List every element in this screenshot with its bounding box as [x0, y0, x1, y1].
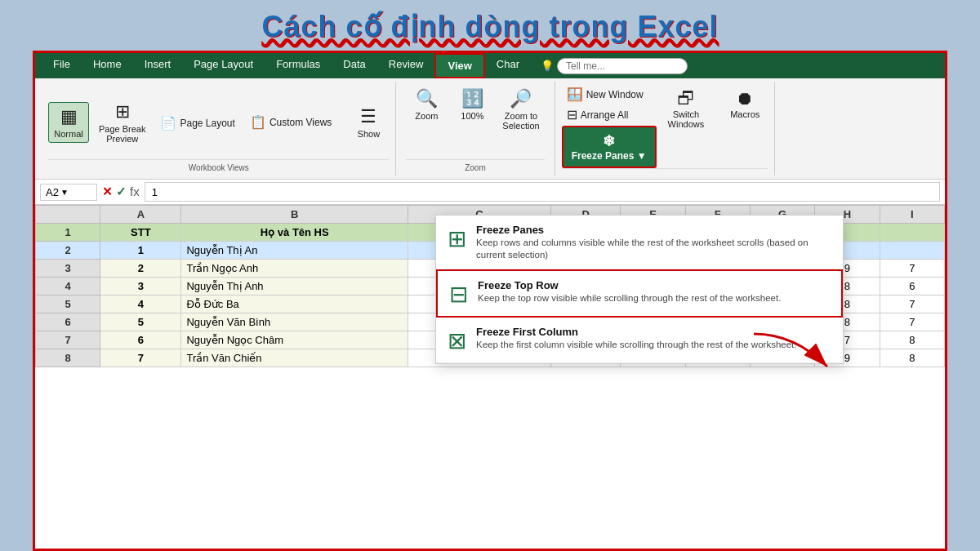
normal-icon: ▦: [60, 106, 78, 127]
row-header-4: 4: [36, 278, 100, 295]
arrange-all-btn[interactable]: ⊟ Arrange All: [562, 105, 657, 124]
cell-a2[interactable]: 1: [100, 242, 181, 260]
custom-views-icon: 📋: [250, 114, 266, 130]
freeze-panes-dd-icon: ⊞: [448, 225, 466, 252]
tab-review[interactable]: Review: [377, 53, 435, 78]
cell-a7[interactable]: 6: [100, 331, 181, 349]
cell-i1[interactable]: [880, 224, 944, 242]
freeze-panes-dd-text: Freeze Panes Keep rows and columns visib…: [476, 224, 831, 260]
freeze-top-row-item[interactable]: ⊟ Freeze Top Row Keep the top row visibl…: [436, 269, 843, 318]
tab-file[interactable]: File: [42, 53, 82, 78]
row-header-1: 1: [36, 224, 100, 242]
cell-i8[interactable]: 8: [880, 349, 944, 367]
formula-input[interactable]: [145, 182, 940, 202]
row-header-6: 6: [36, 313, 100, 331]
page-layout-icon: 📄: [160, 115, 176, 131]
zoom-top: 🔍 Zoom 🔢 100% 🔎 Zoom to Selection: [406, 85, 544, 159]
tab-insert[interactable]: Insert: [133, 53, 183, 78]
custom-views-small-btn[interactable]: 📋 Custom Views: [245, 113, 336, 131]
tell-me-input[interactable]: [557, 58, 688, 74]
window-sub-btns: 🪟 New Window ⊟ Arrange All ❄ Freeze Pane…: [562, 85, 657, 168]
zoom-selection-icon: 🔎: [510, 88, 532, 109]
cell-a5[interactable]: 4: [100, 295, 181, 313]
cell-b2[interactable]: Nguyễn Thị An: [181, 242, 408, 260]
freeze-panes-item[interactable]: ⊞ Freeze Panes Keep rows and columns vis…: [436, 216, 843, 269]
tell-me-bar: 💡: [531, 53, 697, 78]
lightbulb-icon: 💡: [541, 60, 554, 72]
row-header-5: 5: [36, 295, 100, 313]
freeze-first-col-text: Freeze First Column Keep the first colum…: [476, 326, 796, 350]
cell-b4[interactable]: Nguyễn Thị Anh: [181, 278, 408, 295]
cell-b3[interactable]: Trần Ngọc Anh: [181, 260, 408, 278]
excel-container: File Home Insert Page Layout Formulas Da…: [33, 51, 947, 551]
row-header-8: 8: [36, 349, 100, 367]
cell-b6[interactable]: Nguyễn Văn Bình: [181, 313, 408, 331]
workbook-views-label: Workbook Views: [48, 159, 389, 172]
cell-i4[interactable]: 6: [880, 278, 944, 295]
cell-i7[interactable]: 8: [880, 331, 944, 349]
formula-bar: A2 ▼ ✕ ✓ fx: [35, 180, 945, 205]
cell-b7[interactable]: Nguyễn Ngọc Châm: [181, 331, 408, 349]
col-header-a: A: [100, 206, 181, 224]
freeze-panes-btn[interactable]: ❄ Freeze Panes ▼: [562, 126, 657, 168]
row-header-7: 7: [36, 331, 100, 349]
switch-windows-icon: 🗗: [677, 88, 695, 109]
cell-a8[interactable]: 7: [100, 349, 181, 367]
row-header-3: 3: [36, 260, 100, 278]
freeze-panes-icon: ❄: [603, 132, 615, 150]
tab-char[interactable]: Char: [485, 53, 531, 78]
window-group: 🪟 New Window ⊟ Arrange All ❄ Freeze Pane…: [555, 82, 776, 176]
show-icon: ☰: [360, 106, 376, 127]
cell-b5[interactable]: Đỗ Đức Ba: [181, 295, 408, 313]
zoom-100-icon: 🔢: [461, 88, 483, 109]
new-window-btn[interactable]: 🪟 New Window: [562, 85, 657, 104]
tab-view[interactable]: View: [434, 53, 484, 78]
sheet-area[interactable]: A B C D E F G H I 1 STT Họ và Tên HS Lớp…: [35, 205, 945, 549]
ribbon-content: ▦ Normal ⊞ Page Break Preview 📄 Page Lay…: [35, 78, 945, 180]
cancel-icon[interactable]: ✕: [102, 184, 113, 199]
cell-i2[interactable]: [880, 242, 944, 260]
new-window-icon: 🪟: [567, 87, 583, 102]
zoom-label: Zoom: [406, 159, 544, 172]
workbook-views-top: ▦ Normal ⊞ Page Break Preview 📄 Page Lay…: [48, 85, 389, 159]
cell-i3[interactable]: 7: [880, 260, 944, 278]
cell-a1[interactable]: STT: [100, 224, 181, 242]
page-break-icon: ⊞: [115, 101, 130, 122]
cell-b8[interactable]: Trần Văn Chiến: [181, 349, 408, 367]
cell-b1[interactable]: Họ và Tên HS: [181, 224, 408, 242]
zoom-icon: 🔍: [416, 88, 438, 109]
workbook-views-group: ▦ Normal ⊞ Page Break Preview 📄 Page Lay…: [42, 82, 396, 176]
tab-home[interactable]: Home: [82, 53, 133, 78]
cell-i5[interactable]: 7: [880, 295, 944, 313]
window-label: [562, 168, 768, 172]
confirm-icon[interactable]: ✓: [116, 184, 127, 199]
tab-page-layout[interactable]: Page Layout: [182, 53, 265, 78]
fx-icon[interactable]: fx: [130, 184, 140, 199]
switch-windows-btn[interactable]: 🗗 Switch Windows: [660, 85, 713, 132]
zoom-100-btn[interactable]: 🔢 100%: [452, 85, 492, 124]
show-btn[interactable]: ☰ Show: [348, 103, 389, 142]
freeze-dropdown: ⊞ Freeze Panes Keep rows and columns vis…: [435, 215, 844, 364]
name-box[interactable]: A2 ▼: [40, 184, 97, 201]
tab-data[interactable]: Data: [332, 53, 376, 78]
tab-formulas[interactable]: Formulas: [265, 53, 332, 78]
page-layout-small-btn[interactable]: 📄 Page Layout: [155, 113, 239, 132]
freeze-first-col-icon: ⊠: [448, 327, 466, 354]
zoom-btn[interactable]: 🔍 Zoom: [406, 85, 447, 124]
page-break-preview-btn[interactable]: ⊞ Page Break Preview: [94, 98, 150, 147]
normal-btn[interactable]: ▦ Normal: [48, 102, 89, 143]
arrange-all-icon: ⊟: [567, 107, 577, 122]
col-header-b: B: [181, 206, 408, 224]
zoom-to-selection-btn[interactable]: 🔎 Zoom to Selection: [497, 85, 544, 134]
cell-i6[interactable]: 7: [880, 313, 944, 331]
ribbon-tabs: File Home Insert Page Layout Formulas Da…: [35, 53, 945, 78]
zoom-group: 🔍 Zoom 🔢 100% 🔎 Zoom to Selection Zoom: [396, 82, 555, 176]
window-top: 🪟 New Window ⊟ Arrange All ❄ Freeze Pane…: [562, 85, 768, 168]
freeze-first-col-item[interactable]: ⊠ Freeze First Column Keep the first col…: [436, 318, 843, 363]
cell-a3[interactable]: 2: [100, 260, 181, 278]
row-header-2: 2: [36, 242, 100, 260]
freeze-top-row-icon: ⊟: [449, 281, 468, 308]
cell-a4[interactable]: 3: [100, 278, 181, 295]
macros-btn[interactable]: ⏺ Macros: [722, 85, 768, 122]
cell-a6[interactable]: 5: [100, 313, 181, 331]
